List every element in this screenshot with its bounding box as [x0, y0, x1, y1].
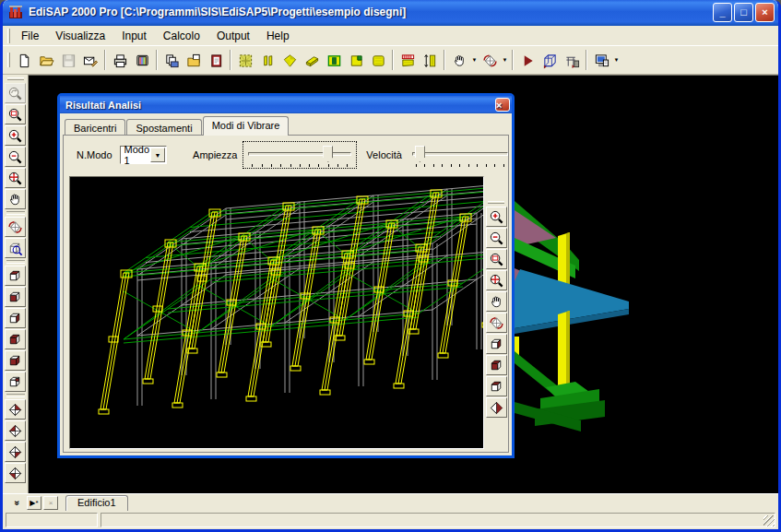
zoom-in-button[interactable]	[486, 207, 507, 227]
open-button[interactable]	[35, 49, 57, 71]
zoom-window-button[interactable]	[486, 249, 507, 269]
tab-spostamenti[interactable]: Spostamenti	[126, 119, 201, 136]
frame-analysis-button[interactable]	[538, 49, 561, 71]
cube-top-button[interactable]	[5, 266, 26, 286]
zoom-in-icon	[7, 128, 23, 144]
mode-select[interactable]: Modo 1 ▼	[120, 146, 168, 164]
sidebar-grip[interactable]	[7, 77, 24, 80]
menubar-grip[interactable]	[7, 29, 10, 43]
folder-doc-button[interactable]	[183, 49, 205, 71]
new-button[interactable]	[13, 49, 35, 71]
mail-icon	[83, 53, 99, 68]
cube-front-button[interactable]	[486, 355, 507, 375]
speed-thumb[interactable]	[415, 146, 425, 162]
display-options-button[interactable]	[590, 49, 612, 71]
plotter-button[interactable]	[131, 49, 153, 71]
amplitude-thumb[interactable]	[323, 146, 333, 162]
iso-se-button[interactable]	[5, 442, 26, 462]
cube-right-button[interactable]	[5, 308, 26, 328]
display-options-dropdown[interactable]: ▼	[612, 50, 621, 70]
cube-top-icon	[489, 379, 504, 395]
minimize-button[interactable]: _	[713, 3, 732, 22]
frame-design-button[interactable]	[561, 49, 583, 71]
iso-nw-button[interactable]	[5, 420, 26, 441]
drawing-area[interactable]: Risultati Analisi × Baricentri Spostamen…	[29, 75, 778, 493]
plinth-button[interactable]	[278, 49, 301, 71]
select-grid-icon	[238, 53, 254, 68]
cube-top-button[interactable]	[486, 376, 507, 396]
menu-calcolo[interactable]: Calcolo	[155, 28, 208, 44]
zoom-cube-button[interactable]	[5, 238, 26, 258]
folder-doc-icon	[186, 53, 202, 68]
zoom-window-button[interactable]	[5, 104, 26, 124]
tab-modi-di-vibrare[interactable]: Modi di Vibrare	[203, 116, 290, 136]
toolbar-grip[interactable]	[7, 53, 10, 67]
pan-button[interactable]	[486, 291, 507, 312]
iso-ne-icon	[7, 402, 23, 418]
main-toolbar: ▼▼▼	[3, 46, 778, 75]
column-height-button[interactable]	[419, 49, 441, 71]
orbit-button[interactable]	[486, 313, 507, 333]
cube-front-button[interactable]	[5, 329, 26, 349]
menu-file[interactable]: File	[13, 28, 47, 44]
delete-view-button[interactable]: ×	[43, 496, 58, 510]
cube-left-button[interactable]	[5, 287, 26, 307]
maximize-button[interactable]: □	[734, 3, 753, 22]
zoom-out-button[interactable]	[5, 147, 26, 167]
slab-button[interactable]	[367, 49, 389, 71]
document-tab-edificio1[interactable]: Edificio1	[65, 495, 128, 511]
menu-help[interactable]: Help	[258, 28, 298, 44]
viewer-toolbar-grip[interactable]	[488, 201, 504, 204]
mode-shape-viewport[interactable]	[69, 176, 484, 449]
sidebar-more-button[interactable]: »	[10, 496, 25, 510]
dialog-close-button[interactable]: ×	[495, 98, 510, 112]
pan-tool-dropdown[interactable]: ▼	[470, 50, 479, 70]
zoom-cube-icon	[7, 241, 23, 256]
save-button[interactable]	[57, 49, 79, 71]
cube-corner-button[interactable]	[5, 372, 26, 392]
run-button[interactable]	[516, 49, 538, 71]
combo-dropdown-icon[interactable]: ▼	[150, 148, 165, 162]
amplitude-slider[interactable]	[248, 145, 351, 163]
corner-slab-button[interactable]	[345, 49, 367, 71]
corner-slab-icon	[349, 53, 364, 68]
new-view-button[interactable]: ▶*	[27, 496, 41, 510]
cube-bottom-button[interactable]	[5, 350, 26, 371]
tab-baricentri[interactable]: Baricentri	[65, 119, 125, 136]
cube-bottom-icon	[7, 353, 23, 369]
resize-grip[interactable]	[763, 515, 775, 526]
zoom-in-icon	[489, 209, 504, 225]
copy-button[interactable]	[160, 49, 183, 71]
zoom-extents-button[interactable]	[486, 270, 507, 290]
print-button[interactable]	[109, 49, 131, 71]
iso-view-button[interactable]	[486, 397, 507, 418]
orbit-icon	[7, 219, 23, 235]
menu-input[interactable]: Input	[113, 28, 155, 44]
zoom-out-button[interactable]	[486, 228, 507, 248]
select-grid-button[interactable]	[234, 49, 256, 71]
orbit-tool-icon	[482, 53, 498, 68]
close-button[interactable]: ×	[755, 3, 775, 22]
menu-output[interactable]: Output	[208, 28, 258, 44]
report-button[interactable]	[205, 49, 227, 71]
orbit-tool-button[interactable]	[479, 49, 501, 71]
orbit-button[interactable]	[5, 217, 26, 237]
cube-right-button[interactable]	[486, 334, 507, 354]
menu-visualizza[interactable]: Visualizza	[47, 28, 113, 44]
pan-button[interactable]	[5, 189, 26, 209]
speed-slider[interactable]	[412, 145, 508, 163]
zoom-previous-button[interactable]	[5, 83, 26, 103]
mail-button[interactable]	[79, 49, 101, 71]
slab-opening-button[interactable]	[323, 49, 345, 71]
zoom-in-button[interactable]	[5, 125, 26, 146]
iso-sw-button[interactable]	[5, 463, 26, 483]
plotter-icon	[135, 53, 150, 68]
zoom-extents-button[interactable]	[5, 168, 26, 188]
beam-button[interactable]	[301, 49, 323, 71]
maximize-icon: □	[740, 6, 747, 18]
orbit-tool-dropdown[interactable]: ▼	[501, 50, 509, 70]
pan-tool-button[interactable]	[448, 49, 470, 71]
masonry-button[interactable]	[396, 49, 419, 71]
walls-button[interactable]	[256, 49, 278, 71]
iso-ne-button[interactable]	[5, 399, 26, 420]
